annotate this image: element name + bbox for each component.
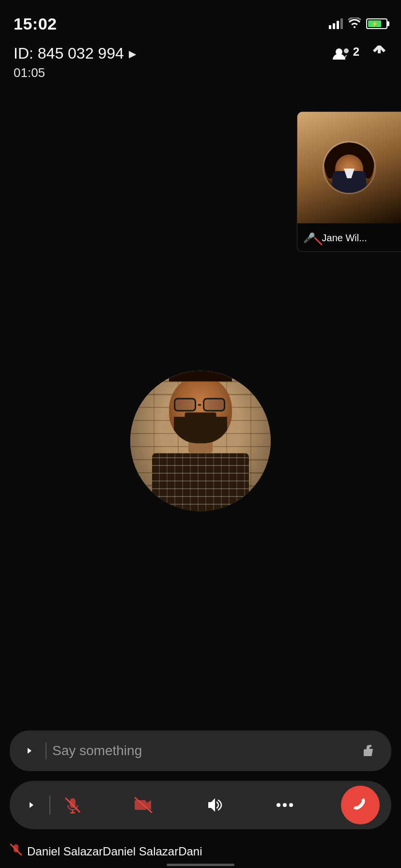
charging-icon: ⚡ — [371, 21, 378, 27]
home-indicator — [167, 864, 234, 866]
svg-point-9 — [283, 803, 287, 807]
battery-icon: ⚡ — [366, 18, 387, 29]
thumbs-up-button[interactable] — [357, 739, 382, 763]
svg-point-8 — [277, 803, 280, 807]
camera-button[interactable] — [129, 790, 158, 820]
svg-point-1 — [344, 48, 349, 53]
mute-button[interactable] — [58, 790, 87, 820]
main-participant-avatar — [130, 371, 271, 512]
pip-name-row: 🎤 Jane Wil... — [297, 223, 401, 252]
chat-placeholder-text[interactable]: Say something — [52, 743, 352, 759]
svg-line-2 — [315, 238, 322, 245]
chat-input-area: Say something — [10, 730, 391, 771]
call-duration: 01:05 — [14, 65, 387, 80]
wifi-icon — [348, 16, 361, 31]
controls-divider — [49, 795, 50, 815]
pip-video — [297, 112, 401, 223]
participant-name-bar: Daniel SalazarDaniel SalazarDani — [0, 843, 401, 859]
controls-bar — [10, 781, 391, 829]
call-header: ID: 845 032 994 ▶ 2 01:05 — [0, 39, 401, 80]
participants-button[interactable]: 2 — [333, 47, 359, 61]
chat-divider — [46, 742, 46, 760]
signal-icon — [329, 18, 343, 29]
participant-name-text: Daniel SalazarDaniel SalazarDani — [27, 845, 202, 858]
participant-mute-icon — [10, 843, 22, 859]
end-call-button[interactable] — [341, 786, 380, 824]
main-avatar-circle — [130, 371, 271, 512]
participants-count: 2 — [353, 45, 359, 59]
pip-mute-icon: 🎤 — [303, 232, 318, 244]
minimize-button[interactable] — [371, 44, 387, 63]
status-icons: ⚡ — [329, 16, 387, 31]
status-time: 15:02 — [14, 15, 57, 33]
control-buttons — [58, 786, 380, 824]
more-options-button[interactable] — [270, 790, 299, 820]
status-bar: 15:02 ⚡ — [0, 0, 401, 39]
call-controls — [10, 781, 391, 829]
play-icon: ▶ — [129, 48, 136, 60]
chat-input-bar[interactable]: Say something — [10, 730, 391, 771]
pip-participant[interactable]: 🎤 Jane Wil... — [297, 111, 401, 252]
pip-participant-name: Jane Wil... — [322, 232, 367, 244]
header-icons: 2 — [333, 44, 387, 63]
controls-expand-button[interactable] — [21, 795, 42, 815]
svg-point-10 — [289, 803, 293, 807]
chat-expand-button[interactable] — [19, 741, 40, 761]
call-id[interactable]: ID: 845 032 994 ▶ — [14, 45, 136, 62]
speaker-button[interactable] — [200, 790, 229, 820]
